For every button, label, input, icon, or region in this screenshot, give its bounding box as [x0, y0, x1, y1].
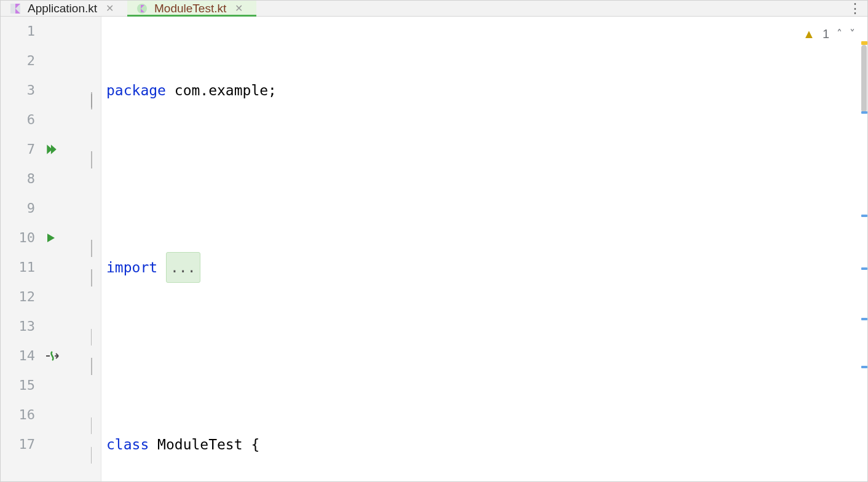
code-editor[interactable]: 1 2 3 6 7 8 9 10 11 12 13 14 15 16	[1, 17, 867, 482]
kotlin-file-icon	[9, 2, 22, 15]
fold-toggle[interactable]	[91, 234, 100, 242]
line-number: 6	[1, 105, 42, 135]
line-number: 15	[1, 371, 42, 400]
line-number: 1	[1, 17, 42, 46]
editor-tabs: Application.kt ✕ ModuleTest.kt ✕ ⋮	[1, 1, 867, 17]
line-number: 3	[1, 76, 42, 105]
run-all-icon[interactable]	[42, 143, 79, 156]
scrollbar-thumb[interactable]	[861, 45, 867, 113]
stripe-marker-info[interactable]	[861, 366, 867, 368]
fold-end	[91, 411, 100, 419]
stripe-marker-warning[interactable]	[861, 41, 867, 45]
close-icon[interactable]: ✕	[103, 2, 116, 14]
keyword: class	[106, 430, 149, 459]
line-number: 10	[1, 223, 42, 253]
stripe-marker-info[interactable]	[861, 215, 867, 217]
stripe-marker-info[interactable]	[861, 111, 867, 114]
line-number: 9	[1, 194, 42, 223]
fold-toggle[interactable]	[91, 352, 100, 360]
fold-toggle[interactable]	[91, 145, 100, 154]
line-number: 12	[1, 282, 42, 312]
tab-label: Application.kt	[28, 2, 97, 15]
line-number: 8	[1, 164, 42, 194]
code-text: ModuleTest {	[149, 430, 259, 459]
keyword: package	[106, 76, 166, 105]
line-number: 2	[1, 46, 42, 76]
tab-application-kt[interactable]: Application.kt ✕	[1, 1, 127, 16]
gutter: 1 2 3 6 7 8 9 10 11 12 13 14 15 16	[1, 17, 101, 482]
stripe-marker-info[interactable]	[861, 318, 867, 320]
code-text: com.example;	[166, 76, 277, 105]
line-number: 13	[1, 312, 42, 341]
chevron-down-icon[interactable]: ˅	[850, 19, 855, 49]
chevron-up-icon[interactable]: ˄	[837, 19, 842, 49]
error-stripe[interactable]	[859, 17, 867, 482]
line-number: 11	[1, 253, 42, 282]
tab-moduletest-kt[interactable]: ModuleTest.kt ✕	[127, 1, 256, 16]
tabbar-spacer	[256, 1, 843, 16]
fold-placeholder[interactable]: ...	[166, 252, 200, 283]
fold-toggle[interactable]	[91, 263, 100, 272]
stripe-marker-info[interactable]	[861, 267, 867, 270]
http-route-icon[interactable]	[42, 350, 79, 362]
close-icon[interactable]: ✕	[232, 2, 245, 14]
run-test-icon[interactable]	[42, 232, 79, 244]
inspections-widget[interactable]: ▲ 1 ˄ ˅	[803, 19, 855, 49]
keyword: import	[106, 253, 157, 282]
fold-end	[91, 322, 100, 331]
line-number: 17	[1, 430, 42, 459]
warning-count: 1	[823, 19, 829, 49]
kotlin-test-file-icon	[136, 2, 148, 15]
line-number: 7	[1, 135, 42, 164]
tab-label: ModuleTest.kt	[154, 2, 226, 15]
tabbar-more-icon[interactable]: ⋮	[843, 1, 867, 16]
warning-icon: ▲	[803, 19, 815, 49]
fold-toggle[interactable]	[91, 86, 100, 95]
line-number: 14	[1, 341, 42, 371]
fold-end	[91, 440, 100, 449]
code-area[interactable]: package com.example; import ... class Mo…	[101, 17, 867, 482]
line-number: 16	[1, 400, 42, 430]
